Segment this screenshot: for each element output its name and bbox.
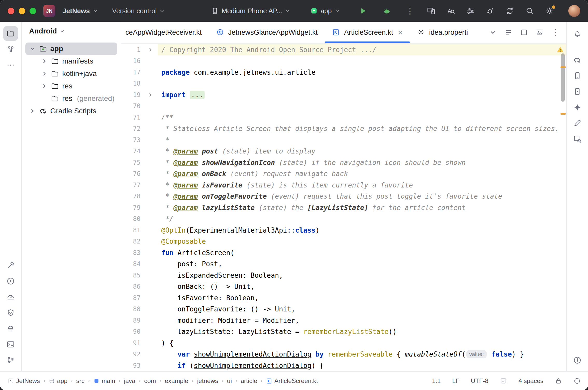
- fold-region-icon[interactable]: [143, 47, 158, 53]
- breadcrumb-src[interactable]: src: [76, 377, 85, 385]
- code-line-78[interactable]: 78 * @param onToggleFavorite (event) req…: [121, 191, 566, 202]
- code-line-16[interactable]: 16: [121, 55, 566, 67]
- project-selector[interactable]: JetNews: [59, 4, 102, 18]
- breadcrumb-jetnews[interactable]: JetNews: [7, 377, 40, 385]
- tree-item-kotlin-java[interactable]: kotlin+java: [25, 67, 117, 80]
- breadcrumb-ui[interactable]: ui: [227, 377, 233, 385]
- close-tab-icon[interactable]: ×: [398, 28, 403, 37]
- more-icon[interactable]: [3, 58, 18, 72]
- tree-item-gradle-scripts[interactable]: Gradle Scripts: [25, 105, 117, 117]
- more-actions-icon[interactable]: ⋮: [402, 4, 418, 18]
- code-line-71[interactable]: 71/**: [121, 112, 566, 123]
- breadcrumb-com[interactable]: com: [144, 377, 156, 385]
- code-line-87[interactable]: 87 isFavorite: Boolean,: [121, 292, 566, 304]
- split-view-icon[interactable]: [520, 29, 528, 36]
- tab-more-icon[interactable]: ⋮: [551, 28, 559, 37]
- breadcrumb-java[interactable]: java: [123, 377, 136, 385]
- code-line-76[interactable]: 76 * @param onBack (event) request navig…: [121, 168, 566, 180]
- running-devices-icon[interactable]: [570, 84, 585, 99]
- line-separator[interactable]: LF: [452, 377, 459, 385]
- layout-inspector-icon[interactable]: [570, 132, 585, 146]
- code-line-92[interactable]: 92 var showUnimplementedActionDialog by …: [121, 349, 566, 360]
- tab-jetnewsglanceappwidget-kt[interactable]: CJetnewsGlanceAppWidget.kt: [209, 22, 325, 43]
- code-line-89[interactable]: 89 modifier: Modifier = Modifier,: [121, 315, 566, 326]
- code-line-93[interactable]: 93 if (showUnimplementedActionDialog) {: [121, 360, 566, 371]
- version-control-icon[interactable]: [3, 353, 18, 367]
- tab-articlescreen-kt[interactable]: ArticleScreen.kt×: [325, 22, 410, 43]
- code-line-17[interactable]: 17package com.example.jetnews.ui.article: [121, 67, 566, 78]
- inspection-warning-icon[interactable]: [556, 46, 564, 54]
- project-view-selector[interactable]: Android: [22, 22, 121, 40]
- tab-idea-properti[interactable]: idea.properti: [410, 22, 475, 43]
- code-line-18[interactable]: 18: [121, 78, 566, 89]
- tree-item-app[interactable]: app: [25, 43, 117, 55]
- code-line-73[interactable]: 73 *: [121, 134, 566, 146]
- minimize-window-button[interactable]: [19, 8, 25, 14]
- gradle-icon[interactable]: [570, 53, 585, 67]
- gemini-icon[interactable]: [570, 100, 585, 115]
- code-line-86[interactable]: 86 onBack: () -> Unit,: [121, 281, 566, 292]
- breadcrumb-jetnews[interactable]: jetnews: [197, 377, 219, 385]
- code-line-81[interactable]: 81@OptIn(ExperimentalMaterial3Api::class…: [121, 225, 566, 236]
- settings-icon[interactable]: [543, 5, 555, 17]
- logcat-icon[interactable]: [3, 321, 18, 336]
- sync-icon[interactable]: [504, 5, 516, 17]
- code-line-1[interactable]: 1/ Copyright 2020 The Android Open Sourc…: [121, 44, 566, 55]
- file-encoding[interactable]: UTF-8: [471, 377, 488, 385]
- code-line-90[interactable]: 90 lazyListState: LazyListState = rememb…: [121, 326, 566, 338]
- notifications-icon[interactable]: [570, 26, 585, 41]
- ai-assistant-icon[interactable]: [570, 116, 585, 130]
- chevron-right-icon[interactable]: [40, 83, 49, 89]
- breadcrumb-app[interactable]: app: [48, 377, 68, 385]
- code-line-79[interactable]: 79 * @param lazyListState (state) the [L…: [121, 202, 566, 213]
- close-window-button[interactable]: [8, 8, 14, 14]
- breadcrumb-article[interactable]: article: [240, 377, 258, 385]
- code-line-80[interactable]: 80 */: [121, 213, 566, 225]
- code-line-91[interactable]: 91) {: [121, 337, 566, 349]
- code-inspection-icon[interactable]: [445, 5, 457, 17]
- indent-style[interactable]: 4 spaces: [519, 377, 543, 385]
- run-icon[interactable]: [3, 274, 18, 288]
- breadcrumb-articlescreen-kt[interactable]: ArticleScreen.kt: [265, 377, 318, 385]
- debug-button[interactable]: [379, 4, 395, 18]
- terminal-icon[interactable]: [3, 337, 18, 352]
- warning-stripe-mark[interactable]: [561, 113, 566, 115]
- code-line-74[interactable]: 74 * @param post (state) item to display: [121, 146, 566, 157]
- problems-icon[interactable]: [573, 377, 581, 385]
- profiler-icon[interactable]: [3, 290, 18, 304]
- structure-icon[interactable]: [3, 42, 18, 57]
- app-quality-insights-icon[interactable]: [3, 305, 18, 320]
- code-line-85[interactable]: 85 isExpandedScreen: Boolean,: [121, 270, 566, 281]
- breadcrumb-example[interactable]: example: [164, 377, 189, 385]
- tab-ceappwidgetreceiver-kt[interactable]: ceAppWidgetReceiver.kt: [121, 22, 209, 43]
- project-icon[interactable]: [3, 26, 18, 41]
- chevron-right-icon[interactable]: [40, 58, 49, 65]
- code-line-77[interactable]: 77 * @param isFavorite (state) is this i…: [121, 179, 566, 191]
- filters-icon[interactable]: [465, 5, 477, 17]
- code-line-84[interactable]: 84 post: Post,: [121, 259, 566, 270]
- chevron-right-icon[interactable]: [40, 70, 49, 77]
- zoom-window-button[interactable]: [30, 8, 36, 14]
- vcs-menu[interactable]: Version control: [109, 4, 169, 18]
- ai-debug-icon[interactable]: [484, 5, 496, 17]
- search-icon[interactable]: [524, 5, 536, 17]
- problems-icon[interactable]: [570, 353, 585, 367]
- tree-item-manifests[interactable]: manifests: [25, 55, 117, 67]
- fold-region-icon[interactable]: [143, 92, 158, 98]
- tree-item-res[interactable]: res: [25, 80, 117, 92]
- code-line-82[interactable]: 82@Composable: [121, 236, 566, 247]
- code-line-70[interactable]: 70: [121, 101, 566, 112]
- user-avatar[interactable]: [568, 5, 580, 17]
- chevron-down-icon[interactable]: [28, 45, 37, 52]
- preview-icon[interactable]: [536, 29, 543, 36]
- list-view-icon[interactable]: [505, 29, 512, 36]
- code-line-72[interactable]: 72 * Stateless Article Screen that displ…: [121, 123, 566, 135]
- unlock-icon[interactable]: [555, 377, 562, 385]
- code-line-88[interactable]: 88 onToggleFavorite: () -> Unit,: [121, 304, 566, 315]
- run-button[interactable]: [355, 4, 371, 18]
- code-line-19[interactable]: 19import ...: [121, 89, 566, 101]
- warning-stripe-mark[interactable]: [561, 66, 566, 68]
- chevron-right-icon[interactable]: [28, 108, 37, 114]
- run-config-selector[interactable]: app: [306, 4, 344, 18]
- editor-scrollbar[interactable]: [561, 53, 565, 102]
